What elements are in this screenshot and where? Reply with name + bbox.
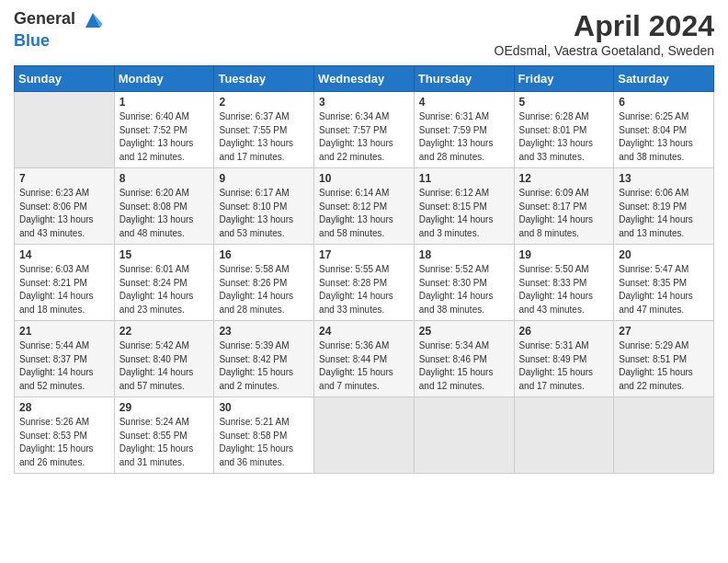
weekday-header-row: SundayMondayTuesdayWednesdayThursdayFrid… (15, 66, 714, 92)
calendar-cell: 23Sunrise: 5:39 AMSunset: 8:42 PMDayligh… (214, 321, 314, 397)
calendar-cell: 3Sunrise: 6:34 AMSunset: 7:57 PMDaylight… (314, 92, 415, 168)
calendar-cell: 22Sunrise: 5:42 AMSunset: 8:40 PMDayligh… (114, 321, 214, 397)
calendar-cell: 2Sunrise: 6:37 AMSunset: 7:55 PMDaylight… (214, 92, 314, 168)
calendar-cell: 15Sunrise: 6:01 AMSunset: 8:24 PMDayligh… (114, 245, 214, 321)
day-number: 7 (19, 172, 109, 185)
day-info: Sunrise: 5:29 AMSunset: 8:51 PMDaylight:… (619, 339, 709, 393)
calendar-cell: 8Sunrise: 6:20 AMSunset: 8:08 PMDaylight… (114, 168, 214, 245)
calendar-cell (15, 92, 115, 168)
calendar-cell (314, 397, 415, 474)
calendar-row-1: 1Sunrise: 6:40 AMSunset: 7:52 PMDaylight… (15, 92, 714, 168)
calendar-cell: 7Sunrise: 6:23 AMSunset: 8:06 PMDaylight… (15, 168, 115, 245)
day-number: 3 (319, 96, 409, 109)
weekday-header-tuesday: Tuesday (214, 66, 314, 92)
day-info: Sunrise: 6:37 AMSunset: 7:55 PMDaylight:… (219, 110, 309, 164)
day-info: Sunrise: 6:17 AMSunset: 8:10 PMDaylight:… (219, 187, 309, 240)
day-info: Sunrise: 6:28 AMSunset: 8:01 PMDaylight:… (519, 110, 609, 164)
calendar-cell: 12Sunrise: 6:09 AMSunset: 8:17 PMDayligh… (514, 168, 614, 245)
calendar-cell: 16Sunrise: 5:58 AMSunset: 8:26 PMDayligh… (214, 245, 314, 321)
calendar-row-2: 7Sunrise: 6:23 AMSunset: 8:06 PMDaylight… (15, 168, 714, 245)
day-number: 4 (419, 96, 509, 109)
day-number: 15 (119, 248, 210, 261)
day-number: 25 (419, 325, 509, 338)
day-number: 16 (219, 248, 309, 261)
logo-blue: Blue (14, 31, 50, 50)
day-info: Sunrise: 6:03 AMSunset: 8:21 PMDaylight:… (19, 263, 109, 316)
weekday-header-thursday: Thursday (414, 66, 514, 92)
calendar-cell: 17Sunrise: 5:55 AMSunset: 8:28 PMDayligh… (314, 245, 415, 321)
day-number: 6 (619, 96, 709, 109)
day-info: Sunrise: 5:24 AMSunset: 8:55 PMDaylight:… (119, 416, 210, 469)
calendar-cell: 19Sunrise: 5:50 AMSunset: 8:33 PMDayligh… (514, 245, 614, 321)
month-title: April 2024 (495, 9, 714, 43)
calendar-table: SundayMondayTuesdayWednesdayThursdayFrid… (14, 65, 714, 474)
day-info: Sunrise: 6:09 AMSunset: 8:17 PMDaylight:… (519, 187, 609, 240)
day-info: Sunrise: 5:55 AMSunset: 8:28 PMDaylight:… (319, 263, 409, 316)
weekday-header-saturday: Saturday (614, 66, 714, 92)
day-info: Sunrise: 5:39 AMSunset: 8:42 PMDaylight:… (219, 339, 309, 393)
logo: General Blue (14, 9, 104, 51)
calendar-cell: 20Sunrise: 5:47 AMSunset: 8:35 PMDayligh… (614, 245, 714, 321)
day-number: 13 (619, 172, 709, 185)
day-number: 23 (219, 325, 309, 338)
day-info: Sunrise: 5:21 AMSunset: 8:58 PMDaylight:… (219, 416, 309, 469)
day-number: 27 (619, 325, 709, 338)
day-info: Sunrise: 5:26 AMSunset: 8:53 PMDaylight:… (19, 416, 109, 469)
calendar-cell (514, 397, 614, 474)
logo-general: General (14, 9, 75, 28)
day-number: 29 (119, 401, 210, 414)
day-number: 8 (119, 172, 210, 185)
calendar-cell: 26Sunrise: 5:31 AMSunset: 8:49 PMDayligh… (514, 321, 614, 397)
calendar-cell: 4Sunrise: 6:31 AMSunset: 7:59 PMDaylight… (414, 92, 514, 168)
day-number: 17 (319, 248, 409, 261)
calendar-cell: 18Sunrise: 5:52 AMSunset: 8:30 PMDayligh… (414, 245, 514, 321)
day-number: 2 (219, 96, 309, 109)
day-info: Sunrise: 6:06 AMSunset: 8:19 PMDaylight:… (619, 187, 709, 240)
calendar-cell: 5Sunrise: 6:28 AMSunset: 8:01 PMDaylight… (514, 92, 614, 168)
calendar-cell: 11Sunrise: 6:12 AMSunset: 8:15 PMDayligh… (414, 168, 514, 245)
calendar-cell: 6Sunrise: 6:25 AMSunset: 8:04 PMDaylight… (614, 92, 714, 168)
day-number: 28 (19, 401, 109, 414)
day-info: Sunrise: 6:14 AMSunset: 8:12 PMDaylight:… (319, 187, 409, 240)
day-number: 12 (519, 172, 609, 185)
day-info: Sunrise: 5:47 AMSunset: 8:35 PMDaylight:… (619, 263, 709, 316)
day-info: Sunrise: 5:31 AMSunset: 8:49 PMDaylight:… (519, 339, 609, 393)
day-number: 19 (519, 248, 609, 261)
title-area: April 2024 OEdsmal, Vaestra Goetaland, S… (495, 9, 714, 58)
calendar-cell: 25Sunrise: 5:34 AMSunset: 8:46 PMDayligh… (414, 321, 514, 397)
day-number: 26 (519, 325, 609, 338)
calendar-row-3: 14Sunrise: 6:03 AMSunset: 8:21 PMDayligh… (15, 245, 714, 321)
logo-icon (82, 9, 104, 31)
weekday-header-friday: Friday (514, 66, 614, 92)
day-info: Sunrise: 5:50 AMSunset: 8:33 PMDaylight:… (519, 263, 609, 316)
day-info: Sunrise: 6:23 AMSunset: 8:06 PMDaylight:… (19, 187, 109, 240)
calendar-row-5: 28Sunrise: 5:26 AMSunset: 8:53 PMDayligh… (15, 397, 714, 474)
day-info: Sunrise: 6:20 AMSunset: 8:08 PMDaylight:… (119, 187, 210, 240)
day-number: 24 (319, 325, 409, 338)
day-info: Sunrise: 5:36 AMSunset: 8:44 PMDaylight:… (319, 339, 409, 393)
weekday-header-wednesday: Wednesday (314, 66, 415, 92)
day-info: Sunrise: 6:12 AMSunset: 8:15 PMDaylight:… (419, 187, 509, 240)
calendar-cell: 30Sunrise: 5:21 AMSunset: 8:58 PMDayligh… (214, 397, 314, 474)
calendar-cell: 10Sunrise: 6:14 AMSunset: 8:12 PMDayligh… (314, 168, 415, 245)
day-info: Sunrise: 5:52 AMSunset: 8:30 PMDaylight:… (419, 263, 509, 316)
calendar-cell (614, 397, 714, 474)
calendar-cell: 9Sunrise: 6:17 AMSunset: 8:10 PMDaylight… (214, 168, 314, 245)
weekday-header-sunday: Sunday (15, 66, 115, 92)
day-number: 9 (219, 172, 309, 185)
calendar-cell: 27Sunrise: 5:29 AMSunset: 8:51 PMDayligh… (614, 321, 714, 397)
day-info: Sunrise: 5:42 AMSunset: 8:40 PMDaylight:… (119, 339, 210, 393)
calendar-cell: 21Sunrise: 5:44 AMSunset: 8:37 PMDayligh… (15, 321, 115, 397)
calendar-cell: 29Sunrise: 5:24 AMSunset: 8:55 PMDayligh… (114, 397, 214, 474)
calendar-cell: 14Sunrise: 6:03 AMSunset: 8:21 PMDayligh… (15, 245, 115, 321)
day-info: Sunrise: 5:34 AMSunset: 8:46 PMDaylight:… (419, 339, 509, 393)
day-number: 18 (419, 248, 509, 261)
day-number: 5 (519, 96, 609, 109)
day-number: 10 (319, 172, 409, 185)
day-info: Sunrise: 6:40 AMSunset: 7:52 PMDaylight:… (119, 110, 210, 164)
day-info: Sunrise: 6:34 AMSunset: 7:57 PMDaylight:… (319, 110, 409, 164)
day-number: 1 (119, 96, 210, 109)
day-info: Sunrise: 6:25 AMSunset: 8:04 PMDaylight:… (619, 110, 709, 164)
location-subtitle: OEdsmal, Vaestra Goetaland, Sweden (495, 43, 714, 58)
calendar-cell (414, 397, 514, 474)
